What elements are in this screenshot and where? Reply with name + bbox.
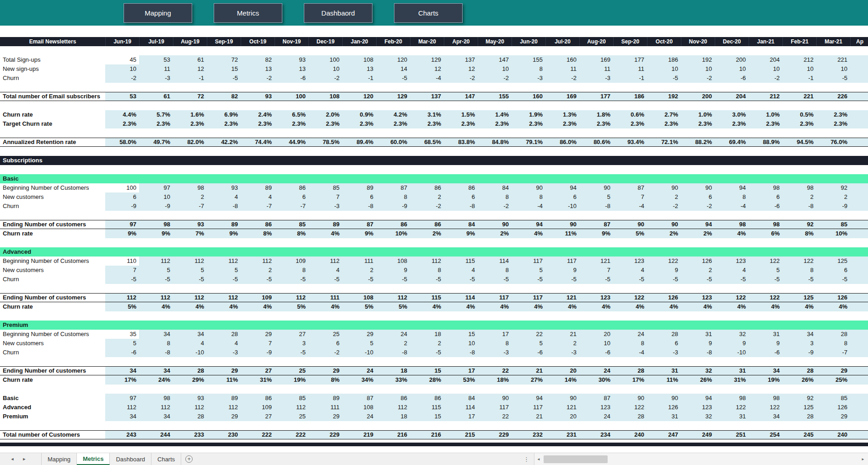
cell[interactable]: -5 <box>207 74 241 83</box>
column-header-month-partial[interactable]: Ap <box>850 37 868 46</box>
cell[interactable]: 13 <box>241 64 275 74</box>
cell[interactable]: 4 <box>207 339 241 348</box>
cell[interactable]: 2.3% <box>613 119 647 128</box>
cell[interactable]: 8 <box>410 266 444 275</box>
cell[interactable]: 5% <box>105 302 139 311</box>
cell[interactable]: 122 <box>715 403 749 412</box>
cell[interactable]: 21 <box>512 412 545 421</box>
cell[interactable]: 125 <box>782 403 816 412</box>
cell[interactable]: -9 <box>241 348 275 357</box>
cell[interactable]: -8 <box>681 348 715 357</box>
cell[interactable]: 2% <box>647 229 681 238</box>
cell[interactable]: 53% <box>444 375 478 385</box>
tab-scroll-left-icon[interactable]: ◄ <box>6 453 18 465</box>
cell[interactable]: 24 <box>376 330 410 339</box>
column-header-month[interactable]: Sep-20 <box>613 37 647 46</box>
cell[interactable]: 58.0% <box>105 138 139 146</box>
cell[interactable]: 86 <box>275 183 308 192</box>
cell[interactable]: -6 <box>715 74 749 83</box>
cell[interactable]: 11 <box>579 64 613 74</box>
cell[interactable]: 2.3% <box>139 119 173 128</box>
row-label[interactable]: Total number of Email subscribers <box>0 92 105 101</box>
column-header-month[interactable]: Nov-19 <box>275 37 308 46</box>
cell[interactable]: 125 <box>782 294 816 302</box>
cell[interactable]: 2.3% <box>647 119 681 128</box>
cell[interactable]: 5 <box>749 266 782 275</box>
cell-partial[interactable] <box>850 330 868 339</box>
cell[interactable]: -6 <box>512 348 545 357</box>
column-header-month[interactable]: Jan-21 <box>749 37 782 46</box>
cell[interactable]: -2 <box>105 74 139 83</box>
cell[interactable]: 1.4% <box>478 110 512 119</box>
cell[interactable]: 53 <box>105 92 139 101</box>
cell[interactable]: -5 <box>308 275 342 284</box>
cell[interactable]: -8 <box>139 348 173 357</box>
cell[interactable]: 93 <box>241 92 275 101</box>
cell[interactable]: 114 <box>478 257 512 266</box>
cell[interactable]: 11 <box>139 64 173 74</box>
cell[interactable]: 4.4% <box>105 110 139 119</box>
cell[interactable]: 7 <box>105 266 139 275</box>
cell[interactable]: 21 <box>512 367 545 375</box>
cell[interactable]: 5 <box>342 339 376 348</box>
cell[interactable]: 3 <box>782 339 816 348</box>
cell[interactable]: 212 <box>749 92 782 101</box>
column-header-month[interactable]: Jun-20 <box>512 37 545 46</box>
cell[interactable]: 111 <box>308 294 342 302</box>
cell[interactable]: 5 <box>512 339 545 348</box>
cell[interactable]: 126 <box>816 294 850 302</box>
cell[interactable]: 15 <box>207 64 241 74</box>
cell[interactable]: 3.1% <box>410 110 444 119</box>
cell[interactable]: 2 <box>241 266 275 275</box>
cell[interactable]: 98 <box>715 220 749 229</box>
cell-partial[interactable] <box>850 92 868 101</box>
cell[interactable]: -4 <box>613 348 647 357</box>
cell[interactable]: 123 <box>579 403 613 412</box>
cell[interactable]: 117 <box>512 294 545 302</box>
cell[interactable]: 28 <box>782 367 816 375</box>
cell[interactable]: 94 <box>681 220 715 229</box>
cell[interactable]: 114 <box>444 403 478 412</box>
cell[interactable]: 30% <box>579 375 613 385</box>
cell-partial[interactable] <box>850 339 868 348</box>
cell[interactable]: 123 <box>681 294 715 302</box>
cell[interactable]: -7 <box>275 202 308 211</box>
cell[interactable]: 35 <box>105 330 139 339</box>
cell[interactable]: -10 <box>545 202 579 211</box>
column-header-month[interactable]: Feb-20 <box>376 37 410 46</box>
cell[interactable]: 22 <box>478 367 512 375</box>
cell[interactable]: 82 <box>207 92 241 101</box>
column-header-month[interactable]: May-20 <box>478 37 512 46</box>
cell[interactable]: 4% <box>579 302 613 311</box>
cell[interactable]: 5% <box>376 302 410 311</box>
cell[interactable]: 1.5% <box>444 110 478 119</box>
sheet-tab-metrics[interactable]: Metrics <box>77 453 110 465</box>
cell[interactable]: 6 <box>444 192 478 202</box>
cell[interactable]: 112 <box>241 257 275 266</box>
cell[interactable]: 6 <box>681 192 715 202</box>
cell[interactable]: 17 <box>444 367 478 375</box>
cell[interactable]: -5 <box>681 275 715 284</box>
row-label[interactable]: Churn <box>0 275 105 284</box>
cell[interactable]: 6.9% <box>207 110 241 119</box>
cell[interactable]: 8 <box>816 339 850 348</box>
cell[interactable]: 229 <box>478 431 512 439</box>
cell[interactable]: -5 <box>647 275 681 284</box>
dashboard-button[interactable]: Dashbaord <box>304 3 372 23</box>
cell[interactable]: 121 <box>545 294 579 302</box>
cell[interactable]: 32 <box>715 330 749 339</box>
cell[interactable]: 4 <box>613 266 647 275</box>
cell[interactable]: 17 <box>478 330 512 339</box>
cell[interactable]: 89 <box>342 183 376 192</box>
cell[interactable]: 69.4% <box>715 138 749 146</box>
cell[interactable]: 192 <box>681 55 715 64</box>
cell[interactable]: 72 <box>173 92 207 101</box>
cell[interactable]: 8% <box>275 229 308 238</box>
cell[interactable]: 114 <box>444 294 478 302</box>
cell[interactable]: 15 <box>410 367 444 375</box>
cell[interactable]: 251 <box>715 431 749 439</box>
cell[interactable]: 18% <box>478 375 512 385</box>
cell[interactable]: 89 <box>241 183 275 192</box>
cell[interactable]: 72 <box>207 55 241 64</box>
cell[interactable]: 117 <box>545 257 579 266</box>
